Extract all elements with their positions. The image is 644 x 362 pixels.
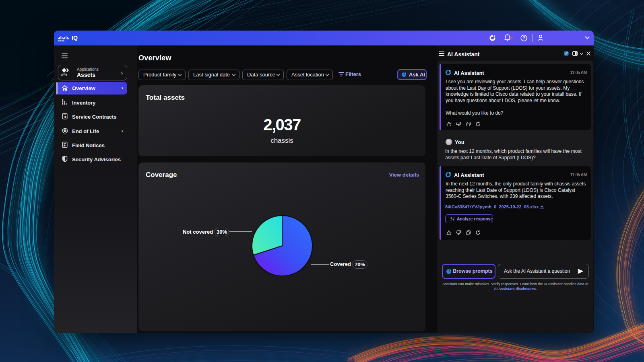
svg-text:?: ?	[522, 36, 525, 40]
svg-text:cisco: cisco	[58, 39, 64, 41]
